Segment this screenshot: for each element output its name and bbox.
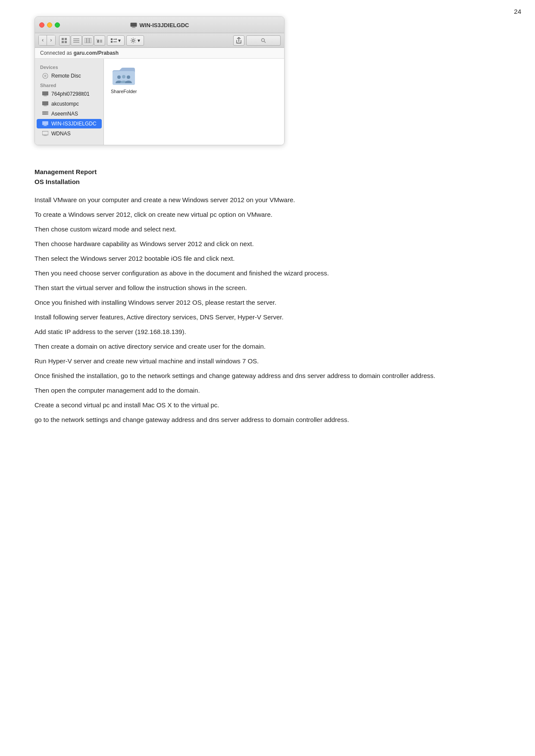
svg-point-35	[47, 114, 47, 114]
paragraph-4: Then choose hardware capability as Windo…	[34, 239, 500, 249]
svg-rect-6	[65, 41, 67, 43]
finder-body: Devices Remote Disc Shared	[35, 59, 284, 145]
heading-os-installation: OS Installation	[34, 178, 500, 185]
sidebar-item-label: WDNAS	[51, 131, 71, 137]
sidebar-item-label: 764phi07298lt01	[51, 91, 90, 97]
svg-rect-29	[42, 101, 48, 105]
svg-rect-14	[100, 40, 102, 43]
paragraph-16: go to the network settings and change ga…	[34, 415, 500, 425]
paragraph-6: Then you need choose server configuratio…	[34, 268, 500, 278]
paragraph-7: Then start the virtual server and follow…	[34, 283, 500, 293]
paragraph-3: Then chose custom wizard mode and select…	[34, 224, 500, 234]
svg-rect-0	[130, 22, 136, 26]
nas-icon	[42, 110, 49, 117]
paragraph-8: Once you finished with installing Window…	[34, 297, 500, 308]
sidebar-item-label: Remote Disc	[51, 73, 81, 79]
document-content: Management Report OS Installation Instal…	[34, 168, 500, 429]
coverflow-view-button[interactable]	[94, 35, 105, 46]
folder-icon	[112, 66, 136, 87]
finder-content: ShareFolder	[104, 59, 284, 145]
svg-rect-26	[42, 91, 48, 95]
sidebar-item-win-is3j[interactable]: WIN-IS3JDIELGDC	[37, 119, 102, 128]
devices-section-label: Devices	[35, 63, 103, 71]
svg-point-25	[45, 75, 46, 76]
disc-icon	[42, 72, 49, 79]
svg-rect-3	[62, 38, 64, 40]
view-buttons	[59, 35, 105, 46]
maximize-button[interactable]	[55, 22, 60, 28]
forward-button[interactable]: ›	[47, 35, 55, 45]
paragraph-1: Install VMware on your computer and crea…	[34, 195, 500, 205]
monitor-icon	[42, 100, 49, 107]
paragraph-15: Create a second virtual pc and install M…	[34, 400, 500, 410]
share-button[interactable]	[233, 35, 244, 46]
monitor-title-icon	[130, 22, 137, 28]
svg-rect-10	[84, 38, 86, 43]
paragraph-12: Run Hyper-V server and create new virtua…	[34, 356, 500, 366]
svg-point-44	[127, 75, 130, 79]
svg-rect-39	[42, 131, 48, 135]
page-number: 24	[514, 8, 521, 15]
svg-point-34	[47, 112, 47, 112]
icon-view-button[interactable]	[59, 35, 70, 46]
sidebar-item-wdnas[interactable]: WDNAS	[37, 129, 102, 138]
paragraph-5: Then select the Windows server 2012 boot…	[34, 253, 500, 264]
sidebar-item-label: AseemNAS	[51, 111, 78, 117]
finder-toolbar: ‹ › ▾	[35, 33, 284, 48]
monitor-icon	[42, 91, 49, 97]
connected-bar: Connected as garu.com/Prabash	[35, 48, 284, 59]
svg-point-21	[262, 38, 265, 41]
svg-rect-36	[42, 121, 48, 125]
svg-rect-4	[65, 38, 67, 40]
close-button[interactable]	[39, 22, 44, 28]
paragraph-13: Once finished the installation, go to th…	[34, 371, 500, 381]
sidebar-item-label: akcustompc	[51, 101, 79, 107]
paragraph-11: Then create a domain on active directory…	[34, 341, 500, 352]
search-button[interactable]	[246, 35, 281, 46]
svg-rect-11	[87, 38, 89, 43]
sidebar-item-764phi[interactable]: 764phi07298lt01	[37, 89, 102, 99]
paragraph-9: Install following server features, Activ…	[34, 312, 500, 322]
svg-rect-12	[90, 38, 91, 43]
action-button[interactable]: ▾	[126, 35, 144, 46]
window-controls	[39, 22, 60, 28]
list-view-button[interactable]	[71, 35, 82, 46]
folder-label: ShareFolder	[111, 89, 137, 94]
monitor-outline-icon	[42, 130, 49, 137]
folder-item-sharefolder[interactable]: ShareFolder	[111, 66, 137, 94]
nav-buttons: ‹ ›	[38, 35, 56, 45]
back-button[interactable]: ‹	[39, 35, 47, 45]
paragraph-10: Add static IP address to the server (192…	[34, 327, 500, 337]
monitor-icon	[42, 120, 49, 127]
shared-section-label: Shared	[35, 81, 103, 89]
sidebar-item-aseemnas[interactable]: AseemNAS	[37, 109, 102, 119]
paragraph-14: Then open the computer management add to…	[34, 385, 500, 396]
svg-point-20	[132, 39, 134, 41]
svg-rect-16	[111, 38, 113, 40]
svg-rect-5	[62, 41, 64, 43]
heading-management-report: Management Report	[34, 168, 500, 175]
svg-point-43	[122, 75, 125, 78]
arrange-button[interactable]: ▾	[107, 35, 125, 46]
sidebar-item-akcustompc[interactable]: akcustompc	[37, 99, 102, 109]
svg-rect-15	[96, 39, 97, 41]
svg-rect-17	[111, 41, 113, 43]
finder-window: WIN-IS3JDIELGDC ‹ ›	[34, 16, 285, 145]
sidebar-item-label: WIN-IS3JDIELGDC	[51, 121, 97, 127]
minimize-button[interactable]	[47, 22, 52, 28]
finder-titlebar: WIN-IS3JDIELGDC	[35, 17, 284, 33]
window-title: WIN-IS3JDIELGDC	[130, 22, 189, 28]
finder-sidebar: Devices Remote Disc Shared	[35, 59, 104, 145]
column-view-button[interactable]	[82, 35, 94, 46]
paragraph-2: To create a Windows server 2012, click o…	[34, 209, 500, 220]
sidebar-item-remote-disc[interactable]: Remote Disc	[37, 71, 102, 81]
svg-point-42	[117, 75, 121, 79]
svg-line-22	[264, 41, 266, 43]
